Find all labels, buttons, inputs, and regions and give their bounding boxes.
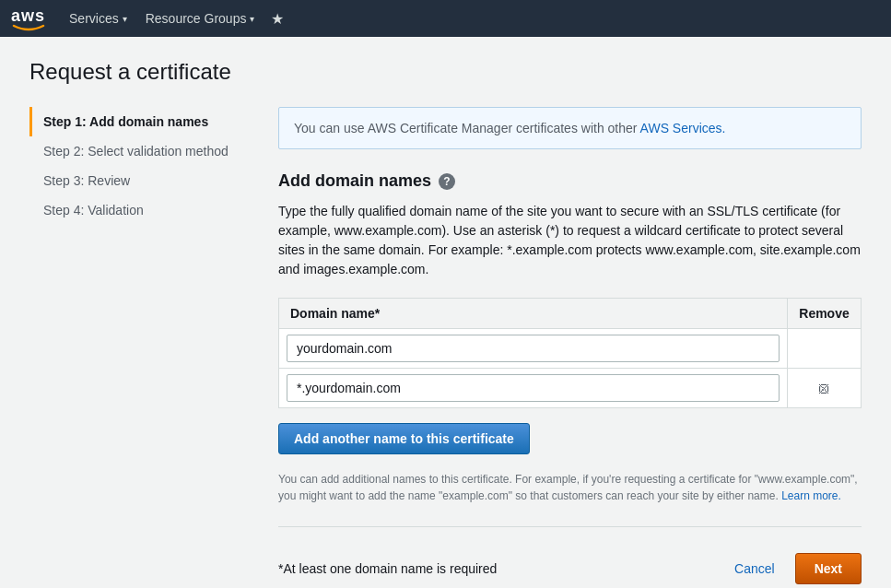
info-banner: You can use AWS Certificate Manager cert… [278,107,862,149]
learn-more-link[interactable]: Learn more. [781,489,841,502]
nav-resource-groups-label: Resource Groups [146,11,247,26]
required-text: *At least one domain name is required [278,561,497,576]
nav-resource-groups-chevron: ▾ [250,14,254,24]
nav-services[interactable]: Services ▾ [60,0,136,37]
aws-logo[interactable]: aws [11,6,45,31]
domain-input-2[interactable] [287,374,780,402]
table-row [279,329,862,369]
sidebar-step-3[interactable]: Step 3: Review [29,166,260,195]
section-description: Type the fully qualified domain name of … [278,202,862,279]
remove-row-button[interactable]: ⦻ [815,377,835,400]
footer-buttons: Cancel Next [723,553,862,584]
nav-services-label: Services [69,11,119,26]
table-row: ⦻ [279,369,862,408]
sidebar: Step 1: Add domain names Step 2: Select … [29,107,278,584]
remove-cell-2: ⦻ [788,369,862,408]
info-banner-prefix: You can use AWS Certificate Manager cert… [294,121,640,135]
help-icon[interactable]: ? [439,173,455,190]
next-button[interactable]: Next [795,553,862,584]
remove-cell-1 [788,329,862,369]
col-domain-header: Domain name* [279,299,788,329]
domain-table: Domain name* Remove [278,298,862,408]
nav-services-chevron: ▾ [123,14,127,24]
sidebar-step-4[interactable]: Step 4: Validation [29,195,260,225]
nav-favorites-star[interactable]: ★ [264,10,291,28]
nav-resource-groups[interactable]: Resource Groups ▾ [136,0,264,37]
cancel-button[interactable]: Cancel [723,554,786,583]
domain-cell-2 [279,369,788,408]
add-hint-text: You can add additional names to this cer… [278,471,862,504]
aws-logo-text: aws [11,6,45,25]
aws-logo-smile [11,24,45,31]
sidebar-step-2[interactable]: Step 2: Select validation method [29,136,260,166]
page-title: Request a certificate [29,59,862,85]
footer: *At least one domain name is required Ca… [278,542,862,584]
add-name-button[interactable]: Add another name to this certificate [278,423,530,454]
section-header: Add domain names ? [278,171,862,191]
page-content: Request a certificate Step 1: Add domain… [0,37,891,588]
domain-input-1[interactable] [287,335,780,362]
domain-cell-1 [279,329,788,369]
main-content: You can use AWS Certificate Manager cert… [278,107,862,584]
top-navigation: aws Services ▾ Resource Groups ▾ ★ [0,0,891,37]
col-remove-header: Remove [788,299,862,329]
layout: Step 1: Add domain names Step 2: Select … [29,107,862,584]
footer-divider [278,526,862,527]
section-title: Add domain names [278,171,431,191]
sidebar-step-1[interactable]: Step 1: Add domain names [29,107,260,136]
info-banner-link[interactable]: AWS Services. [640,121,726,135]
